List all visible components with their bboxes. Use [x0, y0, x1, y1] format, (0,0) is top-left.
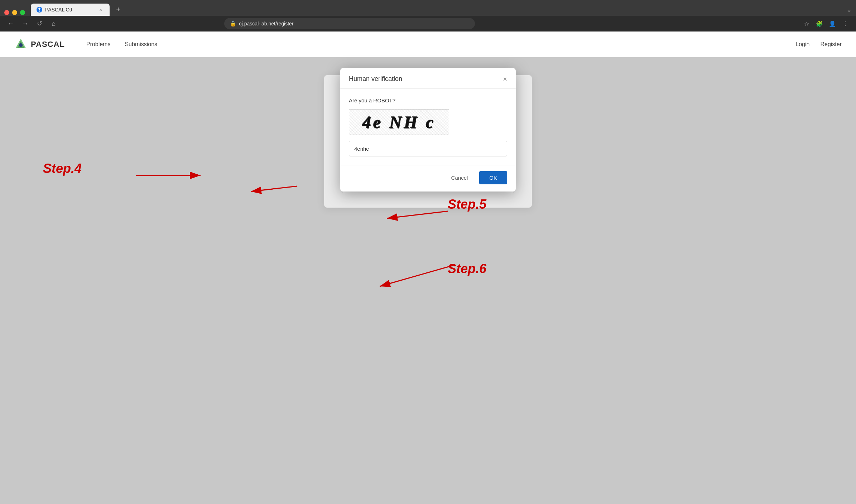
captcha-input[interactable] [349, 141, 507, 156]
nav-submissions[interactable]: Submissions [125, 41, 157, 48]
forward-button[interactable]: → [20, 19, 30, 29]
human-verification-dialog: Human verification × Are you a ROBOT? 4e… [340, 68, 516, 192]
site-logo[interactable]: PASCAL [14, 38, 65, 51]
profile-icon[interactable]: 👤 [827, 19, 837, 29]
address-bar[interactable]: 🔒 oj.pascal-lab.net/register [224, 18, 475, 29]
captcha-image: 4e NH c [349, 109, 449, 135]
dialog-header: Human verification × [340, 68, 516, 89]
site-nav-right: Login Register [795, 41, 842, 48]
url-text: oj.pascal-lab.net/register [239, 21, 294, 26]
refresh-button[interactable]: ↺ [34, 19, 44, 29]
extensions-icon[interactable]: 🧩 [814, 19, 824, 29]
traffic-light-red[interactable] [4, 10, 9, 15]
site-navbar: PASCAL Problems Submissions Login Regist… [0, 32, 856, 57]
modal-overlay: Human verification × Are you a ROBOT? 4e… [0, 57, 856, 504]
dialog-footer: Cancel OK [340, 165, 516, 192]
more-options-icon[interactable]: ⋮ [840, 19, 850, 29]
traffic-light-yellow[interactable] [12, 10, 17, 15]
nav-problems[interactable]: Problems [86, 41, 111, 48]
nav-login[interactable]: Login [795, 41, 809, 48]
traffic-light-green[interactable] [20, 10, 25, 15]
new-tab-button[interactable]: + [112, 4, 124, 15]
logo-text: PASCAL [31, 40, 65, 49]
bookmark-icon[interactable]: ☆ [802, 19, 812, 29]
cancel-button[interactable]: Cancel [446, 171, 474, 184]
svg-point-3 [19, 43, 23, 47]
dialog-body: Are you a ROBOT? 4e NH c [340, 89, 516, 165]
dialog-question: Are you a ROBOT? [349, 97, 507, 103]
ok-button[interactable]: OK [479, 171, 507, 184]
nav-register[interactable]: Register [820, 41, 842, 48]
browser-action-icons: ☆ 🧩 👤 ⋮ [802, 19, 850, 29]
dialog-title: Human verification [349, 75, 402, 83]
logo-icon [14, 38, 27, 51]
security-icon: 🔒 [230, 21, 236, 26]
active-tab[interactable]: PASCAL OJ × [31, 4, 110, 16]
svg-point-0 [39, 11, 40, 12]
captcha-text: 4e NH c [362, 112, 436, 132]
browser-menu: ⌄ [846, 6, 852, 14]
tab-title: PASCAL OJ [45, 7, 72, 13]
tab-close-button[interactable]: × [97, 6, 104, 13]
site-nav-links: Problems Submissions [86, 41, 157, 48]
page-content: * Password * Confirm Password Register A… [0, 57, 856, 504]
dialog-close-button[interactable]: × [503, 76, 507, 83]
home-button[interactable]: ⌂ [49, 19, 59, 29]
back-button[interactable]: ← [6, 19, 16, 29]
tab-favicon [37, 7, 42, 13]
